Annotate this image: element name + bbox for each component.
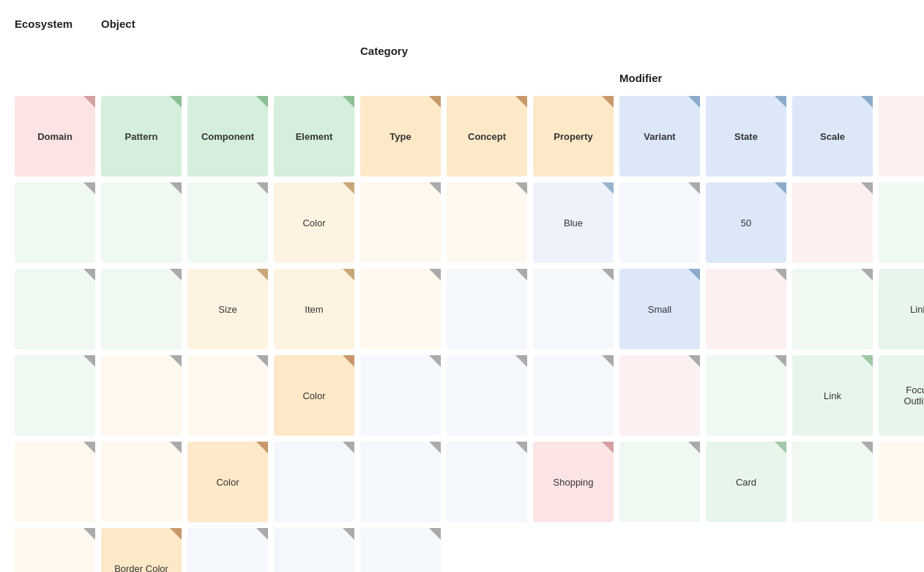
cell-r4-type <box>15 442 95 522</box>
main-grid: Ecosystem Object Category Modifier Domai… <box>15 15 909 572</box>
cell-r1-type: Color <box>274 182 354 263</box>
cell-r3-type <box>101 355 182 436</box>
header-ecosystem: Ecosystem <box>15 15 95 36</box>
cell-r5-element <box>792 442 873 522</box>
cell-r3-pattern <box>792 269 873 349</box>
cell-r1-property <box>447 182 527 263</box>
col-header-state: State <box>706 96 786 177</box>
cell-r4-domain <box>619 355 700 436</box>
cell-r5-state <box>274 528 354 572</box>
cell-r1-state <box>619 182 700 263</box>
cell-r4-component: Link <box>792 355 873 436</box>
cell-r5-component: Card <box>706 442 786 522</box>
cell-r2-component <box>15 269 95 349</box>
header-category: Category <box>360 42 614 63</box>
header-object: Object <box>101 15 354 36</box>
cell-r5-variant <box>187 528 268 572</box>
col-header-pattern: Pattern <box>101 96 182 177</box>
cell-r4-property: Color <box>187 442 268 522</box>
cell-r3-domain <box>706 269 786 349</box>
cell-r5-domain: Shopping <box>533 442 614 522</box>
cell-r2-pattern <box>879 182 924 263</box>
cell-r5-pattern <box>619 442 700 522</box>
cell-r4-state <box>360 442 441 522</box>
col-header-type: Type <box>360 96 441 177</box>
cell-r2-domain <box>792 182 873 263</box>
cell-r2-property <box>360 269 441 349</box>
cell-r1-pattern <box>15 182 95 263</box>
cell-r3-concept <box>187 355 268 436</box>
cell-r1-domain <box>879 96 924 177</box>
cell-r4-element: Focus Outline <box>879 355 924 436</box>
cell-r2-type: Size <box>187 269 268 349</box>
cell-r1-scale: 50 <box>706 182 786 263</box>
cell-r3-state <box>447 355 527 436</box>
cell-r4-concept <box>101 442 182 522</box>
col-header-concept: Concept <box>447 96 527 177</box>
cell-r3-variant <box>360 355 441 436</box>
col-header-domain: Domain <box>15 96 95 177</box>
cell-r3-element <box>15 355 95 436</box>
cell-r5-type <box>879 442 924 522</box>
col-header-scale: Scale <box>792 96 873 177</box>
cell-r4-scale <box>447 442 527 522</box>
cell-r2-element <box>101 269 182 349</box>
cell-r2-state <box>533 269 614 349</box>
cell-r3-property: Color <box>274 355 354 436</box>
col-header-property: Property <box>533 96 614 177</box>
cell-r4-pattern <box>706 355 786 436</box>
cell-r1-concept <box>360 182 441 263</box>
cell-r2-scale: Small <box>619 269 700 349</box>
col-header-variant: Variant <box>619 96 700 177</box>
cell-r3-component: Link <box>879 269 924 349</box>
cell-r2-variant <box>447 269 527 349</box>
col-header-element: Element <box>274 96 354 177</box>
cell-r3-scale <box>533 355 614 436</box>
cell-r1-component <box>101 182 182 263</box>
cell-r4-variant <box>274 442 354 522</box>
cell-r5-scale <box>360 528 441 572</box>
cell-r5-property: Border Color <box>101 528 182 572</box>
cell-r2-concept: Item <box>274 269 354 349</box>
cell-r5-concept <box>15 528 95 572</box>
cell-r1-variant: Blue <box>533 182 614 263</box>
col-header-component: Component <box>187 96 268 177</box>
cell-r1-element <box>187 182 268 263</box>
header-modifier: Modifier <box>619 69 924 90</box>
